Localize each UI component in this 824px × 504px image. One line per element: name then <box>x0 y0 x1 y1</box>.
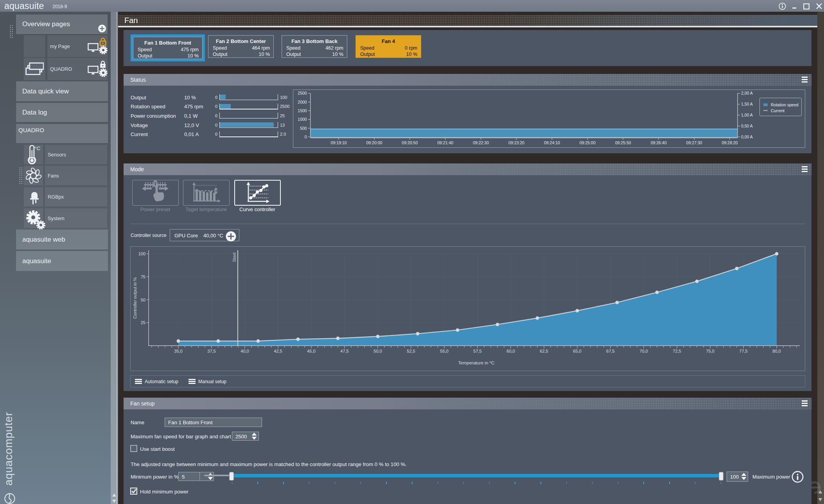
svg-text:09:21:40: 09:21:40 <box>437 140 453 145</box>
svg-text:100: 100 <box>138 251 145 256</box>
svg-text:62,5: 62,5 <box>540 349 548 353</box>
svg-text:75: 75 <box>141 274 145 279</box>
svg-text:37,5: 37,5 <box>207 349 215 353</box>
svg-text:55,0: 55,0 <box>440 349 448 353</box>
svg-text:50,0: 50,0 <box>373 349 382 353</box>
svg-text:09:25:50: 09:25:50 <box>615 140 631 145</box>
svg-text:65,0: 65,0 <box>573 349 581 353</box>
svg-text:Controller output in %: Controller output in % <box>133 277 137 319</box>
svg-text:45,0: 45,0 <box>307 349 315 353</box>
svg-text:67,5: 67,5 <box>606 349 614 353</box>
svg-text:57,5: 57,5 <box>473 349 481 353</box>
svg-text:2000: 2000 <box>298 100 307 104</box>
svg-text:1,00 A: 1,00 A <box>741 113 753 117</box>
svg-text:0,00 A: 0,00 A <box>741 135 753 139</box>
svg-text:2500: 2500 <box>298 91 307 95</box>
svg-text:09:20:00: 09:20:00 <box>366 140 382 145</box>
svg-text:75,0: 75,0 <box>706 349 714 353</box>
svg-text:0,50 A: 0,50 A <box>741 124 753 128</box>
svg-text:70,0: 70,0 <box>639 349 648 353</box>
svg-text:52,5: 52,5 <box>407 349 415 353</box>
svg-text:42,5: 42,5 <box>274 349 282 353</box>
svg-text:50: 50 <box>141 298 145 302</box>
svg-text:09:25:00: 09:25:00 <box>580 140 596 145</box>
svg-text:35,0: 35,0 <box>174 349 182 353</box>
svg-text:80,0: 80,0 <box>772 349 781 353</box>
svg-text:Current: Current <box>771 108 785 113</box>
svg-text:77,5: 77,5 <box>739 349 747 353</box>
svg-text:1000: 1000 <box>298 117 307 122</box>
svg-text:09:23:20: 09:23:20 <box>508 140 524 145</box>
svg-text:09:24:10: 09:24:10 <box>544 140 560 145</box>
svg-text:2,00 A: 2,00 A <box>741 91 753 95</box>
svg-text:Start: Start <box>232 252 237 262</box>
svg-text:09:28:20: 09:28:20 <box>722 140 738 145</box>
svg-text:1500: 1500 <box>298 108 307 113</box>
svg-text:500: 500 <box>300 126 307 131</box>
svg-text:60,0: 60,0 <box>506 349 515 353</box>
svg-text:72,5: 72,5 <box>673 349 681 353</box>
svg-text:0: 0 <box>305 135 307 139</box>
svg-text:09:27:30: 09:27:30 <box>686 140 702 145</box>
svg-text:09:26:40: 09:26:40 <box>651 140 667 145</box>
svg-text:1,50 A: 1,50 A <box>741 102 753 106</box>
svg-text:09:22:30: 09:22:30 <box>473 140 489 145</box>
svg-text:40,0: 40,0 <box>241 349 249 353</box>
svg-text:Temperature in °C: Temperature in °C <box>458 361 495 365</box>
svg-text:09:20:50: 09:20:50 <box>402 140 418 145</box>
svg-text:Rotation speed: Rotation speed <box>771 102 799 107</box>
svg-text:47,5: 47,5 <box>340 349 348 353</box>
svg-text:25: 25 <box>141 320 145 325</box>
svg-text:°C: °C <box>34 145 40 151</box>
svg-text:09:19:10: 09:19:10 <box>331 140 347 145</box>
